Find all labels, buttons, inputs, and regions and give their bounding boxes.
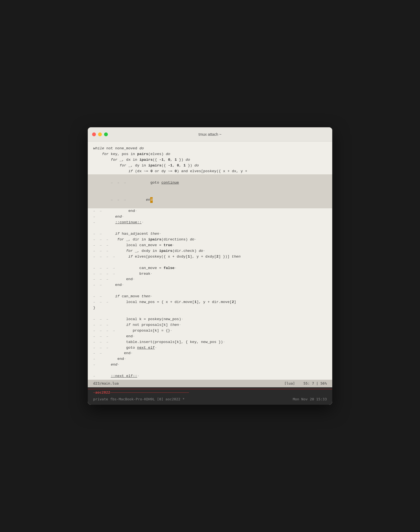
code-line: → → → → break· <box>93 271 327 277</box>
code-line: → → → end· <box>93 334 327 339</box>
tmux-separator: —aoc2022————————————————————————————————… <box>88 389 332 395</box>
close-button[interactable] <box>92 132 96 136</box>
code-line: → → if has_adjacent then· <box>93 231 327 237</box>
code-line: for _, dx in ipairs({ -1, 0, 1 }) do <box>93 157 327 163</box>
status-bar: d23/main.lua [lua] 55: 7 | 56% <box>88 380 332 387</box>
code-line: → end· <box>93 362 327 368</box>
code-line: → → end· <box>93 351 327 356</box>
code-line: → → if can_move then· <box>93 294 327 299</box>
code-line: → → end· <box>93 208 327 214</box>
code-line: → ::continue::· <box>93 220 327 225</box>
code-line: → → → for _, dxdy in ipairs(dir.check) d… <box>93 248 327 254</box>
code-line: → → → → if elves[poskey({ x + dxdy[1], y… <box>93 254 327 260</box>
code-line: → ::next_elf::· <box>93 373 327 379</box>
terminal-window: tmux attach ~ while not none_moved do fo… <box>88 127 332 404</box>
tmux-session-info-right: Mon Nov 20 15:33 <box>293 397 327 402</box>
code-area: while not none_moved do for key, pos in … <box>88 146 332 380</box>
terminal-content[interactable]: while not none_moved do for key, pos in … <box>88 141 332 404</box>
code-line: if (dx ~= 0 or dy ~= 0) and elves[poskey… <box>93 169 327 174</box>
code-line: → → → local new_pos = { x + dir.move[1],… <box>93 299 327 305</box>
code-line <box>93 311 327 317</box>
code-line: → → → local can_move = true· <box>93 243 327 248</box>
code-line <box>93 368 327 373</box>
code-line: } <box>93 305 327 311</box>
tmux-session-label: aoc2022 <box>95 390 110 394</box>
title-bar: tmux attach ~ <box>88 127 332 141</box>
code-line: while not none_moved do <box>93 146 327 151</box>
code-line: → → → table.insert(proposals[k], { key, … <box>93 339 327 345</box>
code-line: → end· <box>93 356 327 362</box>
code-line <box>93 225 327 231</box>
code-line: → end· <box>93 214 327 220</box>
code-line-highlighted: → → → end <box>88 191 332 209</box>
code-line: → → end· <box>93 282 327 288</box>
code-line: → → → end· <box>93 277 327 282</box>
code-line: → → → if not proposals[k] then· <box>93 322 327 328</box>
status-filename: d23/main.lua <box>93 381 119 386</box>
code-line: → → → local k = poskey(new_pos)· <box>93 317 327 322</box>
traffic-lights <box>92 132 108 136</box>
code-line: → → → goto next_elf· <box>93 345 327 351</box>
code-line: → → → → can_move = false· <box>93 265 327 271</box>
tmux-bar: —aoc2022————————————————————————————————… <box>88 387 332 404</box>
maximize-button[interactable] <box>104 132 108 136</box>
code-line: for key, pos in pairs(elves) do <box>93 151 327 157</box>
code-line: for _, dy in ipairs({ -1, 0, 1 }) do <box>93 163 327 169</box>
code-line: → → → → proposals[k] = {}· <box>93 328 327 334</box>
code-line: → → → for _, dir in ipairs(directions) d… <box>93 237 327 243</box>
code-line-highlighted: → → → goto continue <box>88 174 332 191</box>
code-line <box>93 260 327 265</box>
minimize-button[interactable] <box>98 132 102 136</box>
code-line <box>93 288 327 294</box>
tmux-session-bar: private fbs-MacBook-Pro-KDH9L [0] aoc202… <box>88 395 332 403</box>
status-position: [lua] 55: 7 | 56% <box>284 381 327 386</box>
window-title: tmux attach ~ <box>199 132 221 137</box>
tmux-session-info-left: private fbs-MacBook-Pro-KDH9L [0] aoc202… <box>93 397 185 402</box>
